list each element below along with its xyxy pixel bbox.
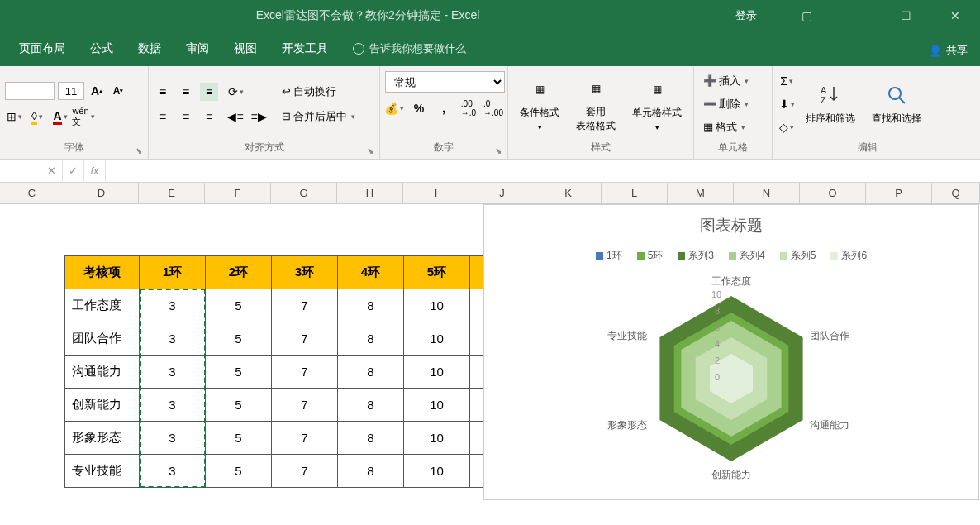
table-cell[interactable]: 3 <box>140 356 206 389</box>
table-cell[interactable]: 5 <box>206 389 272 422</box>
col-header[interactable]: L <box>602 183 668 203</box>
enter-icon[interactable]: ✓ <box>63 160 84 182</box>
table-cell[interactable]: 团队合作 <box>65 322 140 356</box>
align-right-icon[interactable]: ≡ <box>200 107 218 126</box>
table-cell[interactable]: 3 <box>140 389 206 422</box>
col-header[interactable]: G <box>271 183 337 203</box>
align-left-icon[interactable]: ≡ <box>154 107 172 126</box>
ribbon-display-icon[interactable]: ▢ <box>790 0 823 31</box>
comma-icon[interactable]: , <box>435 99 453 117</box>
increase-decimal-icon[interactable]: .00→.0 <box>459 99 478 117</box>
font-launcher-icon[interactable]: ⬊ <box>136 146 145 156</box>
col-header[interactable]: K <box>535 183 602 203</box>
table-cell[interactable]: 专业技能 <box>65 455 140 488</box>
sort-filter-button[interactable]: AZ 排序和筛选 <box>799 79 862 129</box>
table-cell[interactable]: 3 <box>140 322 206 356</box>
table-header[interactable]: 考核项 <box>65 256 140 289</box>
tab-formulas[interactable]: 公式 <box>78 33 126 66</box>
tab-developer[interactable]: 开发工具 <box>269 33 340 66</box>
table-header[interactable]: 2环 <box>206 256 272 289</box>
col-header[interactable]: M <box>668 183 734 203</box>
table-cell[interactable]: 8 <box>338 455 404 488</box>
col-header[interactable]: N <box>734 183 800 203</box>
merge-center-button[interactable]: ⊟ 合并后居中 <box>278 107 359 126</box>
table-cell[interactable]: 10 <box>404 356 470 389</box>
font-color-icon[interactable]: A <box>51 107 69 126</box>
table-cell[interactable]: 7 <box>272 389 338 422</box>
orientation-icon[interactable]: ⟳ <box>226 83 245 101</box>
table-cell[interactable]: 8 <box>338 422 404 455</box>
alignment-launcher-icon[interactable]: ⬊ <box>367 146 377 156</box>
tab-view[interactable]: 视图 <box>221 33 269 66</box>
accounting-format-icon[interactable]: 💰 <box>385 99 403 117</box>
table-cell[interactable]: 8 <box>338 322 404 356</box>
table-cell[interactable]: 10 <box>404 455 470 488</box>
table-cell[interactable]: 3 <box>140 422 206 455</box>
tab-review[interactable]: 审阅 <box>174 33 221 66</box>
login-button[interactable]: 登录 <box>735 8 757 23</box>
font-family-dropdown[interactable] <box>5 82 55 100</box>
col-header[interactable]: D <box>64 183 139 203</box>
tell-me[interactable]: 告诉我你想要做什么 <box>340 33 478 66</box>
number-format-dropdown[interactable]: 常规 <box>385 71 505 93</box>
table-cell[interactable]: 5 <box>206 356 272 389</box>
radar-chart[interactable]: 工作态度 团队合作 沟通能力 创新能力 形象形态 专业技能 10 8 6 4 2… <box>607 271 855 478</box>
table-cell[interactable]: 7 <box>272 455 338 488</box>
col-header[interactable]: P <box>866 183 932 203</box>
table-cell[interactable]: 7 <box>272 289 338 322</box>
col-header[interactable]: C <box>0 183 64 203</box>
minimize-icon[interactable]: — <box>840 0 873 31</box>
borders-icon[interactable]: ⊞ <box>5 107 23 126</box>
font-size-input[interactable] <box>58 82 84 100</box>
conditional-formatting-button[interactable]: ▦ 条件格式 ▾ <box>513 73 566 135</box>
table-cell[interactable]: 8 <box>338 389 404 422</box>
table-cell[interactable]: 工作态度 <box>65 289 140 322</box>
tab-page-layout[interactable]: 页面布局 <box>7 33 78 66</box>
table-cell[interactable]: 10 <box>404 289 470 322</box>
align-middle-icon[interactable]: ≡ <box>177 83 195 101</box>
chart-title[interactable]: 图表标题 <box>484 215 978 236</box>
cell-styles-button[interactable]: ▦ 单元格样式 ▾ <box>626 73 688 135</box>
chart-legend[interactable]: 1环 5环 系列3 系列4 系列5 系列6 <box>484 249 978 263</box>
table-cell[interactable]: 3 <box>140 455 206 488</box>
format-as-table-button[interactable]: ▦ 套用 表格格式 <box>569 72 622 136</box>
table-header[interactable]: 4环 <box>338 256 404 289</box>
align-center-icon[interactable]: ≡ <box>177 107 195 126</box>
table-cell[interactable]: 8 <box>338 356 404 389</box>
col-header[interactable]: F <box>205 183 271 203</box>
table-cell[interactable]: 7 <box>272 422 338 455</box>
cancel-icon[interactable]: ✕ <box>41 160 63 182</box>
percent-icon[interactable]: % <box>410 99 428 117</box>
table-cell[interactable]: 5 <box>206 422 272 455</box>
col-header[interactable]: Q <box>932 183 980 203</box>
increase-font-icon[interactable]: A▴ <box>88 82 106 100</box>
close-icon[interactable]: ✕ <box>939 0 972 31</box>
table-header[interactable]: 3环 <box>272 256 338 289</box>
number-launcher-icon[interactable]: ⬊ <box>495 146 505 156</box>
maximize-icon[interactable]: ☐ <box>889 0 922 31</box>
sheet-area[interactable]: 考核项 1环 2环 3环 4环 5环 工作态度 3 5 7 8 10 团队合作 … <box>0 204 980 525</box>
col-header[interactable]: H <box>337 183 403 203</box>
clear-icon[interactable]: ◇ <box>778 118 796 136</box>
autosum-icon[interactable]: Σ <box>778 72 796 90</box>
table-header[interactable]: 1环 <box>140 256 206 289</box>
table-cell[interactable]: 5 <box>206 322 272 356</box>
format-button[interactable]: ▦ 格式 <box>699 117 767 137</box>
table-cell[interactable]: 3 <box>140 289 206 322</box>
table-cell[interactable]: 7 <box>272 322 338 356</box>
table-cell[interactable]: 10 <box>404 389 470 422</box>
table-cell[interactable]: 10 <box>404 422 470 455</box>
decrease-font-icon[interactable]: A▾ <box>109 82 127 100</box>
align-bottom-icon[interactable]: ≡ <box>200 83 218 101</box>
align-top-icon[interactable]: ≡ <box>154 83 172 101</box>
table-cell[interactable]: 10 <box>404 322 470 356</box>
fx-icon[interactable]: fx <box>84 160 106 182</box>
phonetic-icon[interactable]: wén文 <box>74 107 93 126</box>
col-header[interactable]: J <box>469 183 535 203</box>
decrease-decimal-icon[interactable]: .0→.00 <box>484 99 502 117</box>
increase-indent-icon[interactable]: ≡▶ <box>250 107 268 126</box>
delete-button[interactable]: ➖ 删除 <box>699 94 767 114</box>
name-box[interactable] <box>0 160 41 182</box>
table-cell[interactable]: 5 <box>206 455 272 488</box>
wrap-text-button[interactable]: ↩ 自动换行 <box>278 82 359 102</box>
